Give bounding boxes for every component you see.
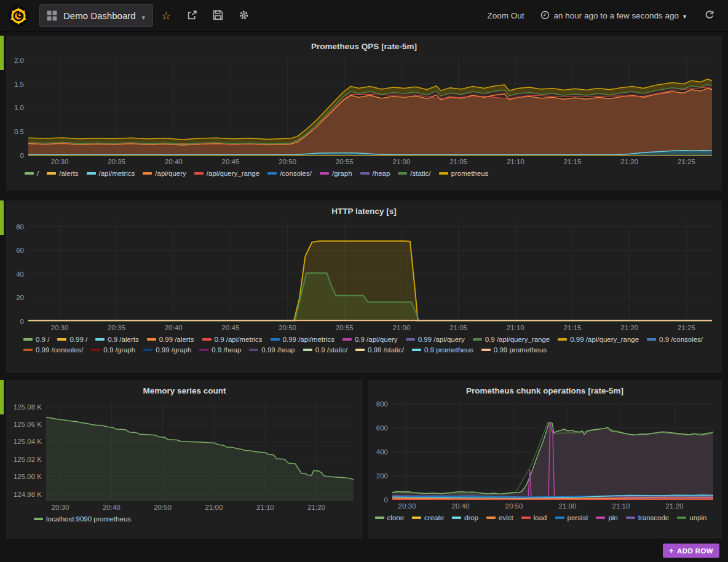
add-row-button[interactable]: + ADD ROW [663,544,719,558]
y-tick-label: 125.02 K [14,456,42,463]
legend-item[interactable]: 0.99 / [57,336,87,343]
x-tick-label: 21:10 [507,158,524,165]
legend-item[interactable]: /heap [360,170,390,177]
zoom-out-button[interactable]: Zoom Out [488,11,524,20]
legend-item[interactable]: 0.99 /heap [249,346,295,354]
x-tick-label: 20:45 [222,158,240,165]
legend-item[interactable]: prometheus [439,170,489,177]
legend-item[interactable]: evict [486,514,513,521]
legend-item[interactable]: /consoles/ [267,170,312,177]
row-collapse-tab[interactable] [0,200,4,235]
panel-title[interactable]: HTTP latency [s] [6,204,722,218]
legend-item[interactable]: pin [596,514,617,521]
y-tick-label: 0 [384,496,388,504]
memory-chart-plot[interactable] [46,402,354,501]
y-tick-label: 200 [376,472,388,480]
add-row-label: ADD ROW [677,547,713,555]
panel-http-latency: HTTP latency [s] 020406080 20:3020:3520:… [6,200,722,373]
legend-item[interactable]: 0.9 /heap [199,346,241,354]
legend-item[interactable]: /graph [320,170,352,177]
legend-item[interactable]: 0.9 / [23,336,49,343]
legend-item[interactable]: 0.9 /alerts [95,336,139,343]
x-tick-label: 21:15 [564,324,582,331]
x-tick-label: 20:50 [154,504,172,511]
legend-item[interactable]: 0.9 /graph [91,346,135,354]
row-collapse-tab[interactable] [0,36,4,70]
legend-item[interactable]: 0.99 /alerts [147,336,194,343]
legend-item[interactable]: 0.99 /static/ [355,346,404,354]
qps-legend: //alerts/api/metrics/api/query/api/query… [6,170,722,177]
x-tick-label: 20:35 [108,158,125,165]
time-range-picker[interactable]: an hour ago to a few seconds ago ▾ [540,10,686,22]
chunk-ops-legend: clonecreatedropevictloadpersistpintransc… [368,514,722,521]
dashboard-picker[interactable]: Demo Dashboard ▾ [39,4,153,27]
legend-item[interactable]: transcode [626,514,670,521]
legend-item[interactable]: 0.9 /static/ [303,346,347,354]
legend-item[interactable]: 0.99 /graph [143,346,191,354]
legend-item[interactable]: 0.9 prometheus [412,346,473,354]
x-axis: 20:3020:3520:4020:4520:5020:5521:0021:05… [28,322,712,334]
legend-item[interactable]: load [521,514,547,521]
legend-item[interactable]: unpin [677,514,706,521]
panel-memory-series: Memory series count 124.98 K125.00 K125.… [6,380,363,539]
share-icon[interactable] [179,10,205,22]
chunk-ops-chart-plot[interactable] [392,402,713,500]
x-tick-label: 21:00 [393,158,411,165]
x-tick-label: 21:05 [449,158,467,165]
legend-item[interactable]: 0.99 prometheus [481,346,547,354]
legend-item[interactable]: 0.99 /api/query_range [558,336,639,343]
x-tick-label: 21:20 [666,502,684,510]
legend-item[interactable]: 0.99 /api/metrics [271,336,334,343]
legend-item[interactable]: /static/ [398,170,430,177]
x-tick-label: 21:20 [620,158,638,165]
x-tick-label: 20:55 [336,158,354,165]
star-icon[interactable]: ☆ [153,9,179,23]
legend-item[interactable]: localhost:9090 prometheus [34,515,131,523]
panel-title[interactable]: Memory series count [6,383,363,398]
y-axis: 00.51.01.52.0 [6,57,28,156]
save-icon[interactable] [205,10,231,22]
y-tick-label: 60 [16,247,24,254]
x-tick-label: 20:30 [398,502,416,510]
grafana-logo[interactable] [7,5,30,27]
panel-title[interactable]: Prometheus chunk operations [rate-5m] [368,383,722,398]
y-tick-label: 2.0 [14,57,24,64]
legend-item[interactable]: / [25,170,39,177]
latency-chart-plot[interactable] [28,222,712,322]
y-tick-label: 80 [16,223,24,231]
legend-item[interactable]: /api/metrics [87,170,135,177]
y-tick-label: 124.98 K [14,491,42,498]
qps-chart-plot[interactable] [28,57,712,156]
x-axis: 20:3020:3520:4020:4520:5020:5521:0021:05… [28,156,712,168]
x-tick-label: 21:15 [564,158,582,165]
panel-title[interactable]: Prometheus QPS [rate-5m] [6,39,722,53]
row-collapse-tab[interactable] [0,380,4,414]
legend-item[interactable]: drop [452,514,478,521]
chart-canvas [392,402,713,500]
legend-item[interactable]: /api/query_range [194,170,259,177]
chart-canvas [28,57,712,156]
y-axis: 020406080 [6,222,28,322]
time-range-label: an hour ago to a few seconds ago [554,11,679,20]
y-tick-label: 0.5 [14,128,24,135]
x-tick-label: 21:20 [620,324,638,331]
legend-item[interactable]: 0.9 /consoles/ [647,336,703,343]
legend-item[interactable]: 0.9 /api/metrics [202,336,263,343]
dashboards-grid-icon [47,10,57,21]
legend-item[interactable]: /api/query [143,170,186,177]
legend-item[interactable]: create [412,514,444,521]
legend-item[interactable]: /alerts [47,170,78,177]
refresh-icon[interactable] [702,10,717,22]
x-tick-label: 21:10 [612,502,630,510]
legend-item[interactable]: 0.99 /api/query [406,336,465,343]
x-tick-label: 20:40 [165,158,183,165]
y-tick-label: 125.00 K [14,473,42,480]
legend-item[interactable]: 0.99 /consoles/ [23,346,83,354]
x-axis: 20:3020:4020:5021:0021:1021:20 [392,500,713,512]
legend-item[interactable]: 0.9 /api/query_range [473,336,550,343]
legend-item[interactable]: persist [555,514,588,521]
legend-item[interactable]: 0.9 /api/query [342,336,398,343]
legend-item[interactable]: clone [375,514,405,521]
settings-gear-icon[interactable] [231,10,256,22]
latency-legend: 0.9 /0.99 /0.9 /alerts0.99 /alerts0.9 /a… [6,336,722,354]
